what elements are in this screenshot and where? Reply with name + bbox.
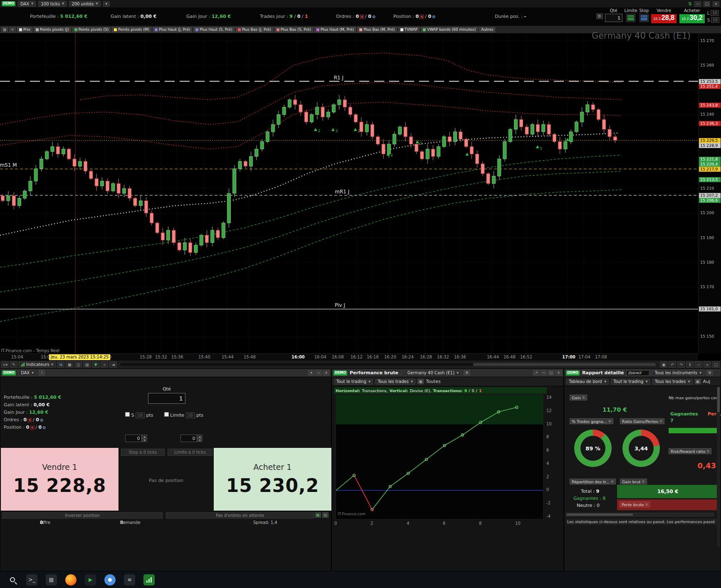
minimize-button[interactable]: — [694, 1, 701, 7]
stop-ticks-button[interactable]: Stop à 0 ticks [121, 449, 165, 456]
stop-size-field[interactable]: S10 [707, 17, 719, 23]
grid-icon[interactable]: ▦ [417, 379, 424, 384]
zoom-out-icon[interactable]: − [695, 361, 702, 368]
limit-checkbox[interactable] [164, 412, 169, 417]
legend-item[interactable]: Plus Haut (S, Pré) [193, 27, 234, 32]
gain-metric-chip[interactable]: Gain⚙ [570, 395, 587, 400]
orders-settings-icon[interactable]: ⚙ [372, 15, 376, 19]
text-editor-icon[interactable]: ≡ [124, 574, 135, 586]
legend-item[interactable]: Plus Bas (S, Pré) [274, 27, 313, 32]
all-filter-label[interactable]: Toutes [426, 379, 440, 384]
quantity-input[interactable] [605, 14, 622, 22]
order-quantity-input[interactable] [148, 393, 185, 404]
instrument-dropdown[interactable]: DAX▼ [18, 1, 36, 7]
fullscreen-icon[interactable]: □ [712, 361, 720, 368]
account-code-input[interactable] [626, 370, 649, 376]
buy-market-button[interactable]: Acheter 1 15 230,2 [213, 447, 332, 511]
repartition-chip[interactable]: Répartition des tr...⚙ [570, 479, 616, 484]
units-dropdown[interactable]: 200 unités▼ [69, 1, 100, 7]
stop-checkbox[interactable] [125, 412, 130, 417]
chart-type-icon[interactable]: ▦ [1, 27, 8, 32]
collapse-toolbar-icon[interactable]: « [101, 361, 108, 368]
legend-item[interactable]: Autres [479, 27, 495, 32]
reverse-position-button[interactable]: Inverser position [2, 512, 163, 519]
today-filter-label[interactable]: Auj [703, 379, 711, 384]
close-icon[interactable]: × [323, 370, 329, 376]
trades-filter-dropdown[interactable]: Tous les trades▼ [375, 379, 415, 385]
save-layout-icon[interactable]: ▼ [92, 361, 99, 368]
maximize-icon[interactable]: □ [548, 370, 554, 376]
zoom-in-icon[interactable]: + [704, 361, 711, 368]
chromium-icon[interactable] [104, 574, 116, 586]
calendar-icon[interactable]: ▦ [695, 379, 701, 384]
layout-icon[interactable]: ◫ [74, 361, 82, 368]
sell-button[interactable]: 15 228,8 [651, 14, 677, 24]
minimize-icon[interactable]: — [316, 370, 322, 376]
gross-loss-chip[interactable]: Perte brute⚙ [620, 502, 650, 507]
chart-scrollbar[interactable] [120, 362, 657, 367]
timeframe-dropdown[interactable]: 100 ticks▼ [38, 1, 67, 7]
ladder-view-icon[interactable]: ▦ [315, 512, 321, 518]
limit-ladder-icon[interactable] [626, 14, 635, 22]
view-dropdown[interactable]: Tableau de bord▼ [566, 379, 609, 385]
candlestick-chart[interactable]: 2324322R1 JmR1 JPiv JmS1 M [0, 33, 698, 353]
info-icon[interactable]: i [39, 370, 45, 376]
buy-button[interactable]: 15 230,2 [679, 14, 705, 24]
ratio-metric-chip[interactable]: Ratio Gains/Pertes⚙ [620, 418, 664, 424]
chart-options-icon[interactable]: ▾ [103, 1, 110, 7]
legend-item[interactable]: Prix [17, 27, 32, 32]
equity-curve-chart[interactable] [336, 395, 543, 519]
legend-item[interactable]: Points pivots (J) [34, 27, 71, 32]
quick-jump-icon[interactable]: ⇅ [688, 1, 692, 7]
candle-style-icon[interactable]: ▤ [83, 361, 91, 368]
undo-icon[interactable]: ↶ [669, 361, 676, 368]
legend-item[interactable]: VWAP bands (60 minutes) [421, 27, 478, 32]
orders-settings-icon[interactable]: ⚙ [40, 418, 44, 422]
draw-tool-icon[interactable]: ✎ [10, 361, 17, 368]
share-icon[interactable]: ↗ [533, 370, 539, 376]
legend-item[interactable]: Plus Haut (J, Pré) [153, 27, 192, 32]
firefox-icon[interactable] [65, 574, 77, 586]
copy-chart-icon[interactable]: ▦ [66, 361, 73, 368]
search-icon[interactable] [7, 574, 18, 586]
order-panel-titlebar[interactable]: DEMO DAX▼ i ▾ — × [0, 369, 331, 377]
limit-size-field[interactable]: L10 [707, 10, 719, 16]
files-icon[interactable]: ▤ [46, 574, 57, 586]
trading-scope-dropdown[interactable]: Tout le trading▼ [611, 379, 650, 385]
risk-reward-chip[interactable]: Risk/Reward ratio⚙ [669, 448, 711, 454]
winrate-metric-chip[interactable]: % Trades gagna...⚙ [570, 418, 613, 424]
cancel-orders-icon[interactable]: × [360, 15, 364, 19]
minimize-icon[interactable]: — [541, 370, 547, 376]
perf-settings-wrench-icon[interactable]: ⚙ [464, 370, 470, 376]
close-icon[interactable]: × [556, 370, 562, 376]
indicateurs-button[interactable]: Indicateurs▼ [19, 361, 56, 368]
price-axis[interactable]: 15 27015 26015 253.515 251,415 243,815 2… [698, 33, 721, 353]
close-position-icon[interactable]: × [420, 15, 424, 19]
position-settings-icon[interactable]: ⚙ [432, 15, 436, 19]
order-settings-wrench-icon[interactable]: ⚙ [596, 13, 603, 19]
instruments-filter-dropdown[interactable]: Tous les instruments▼ [652, 370, 704, 376]
report-titlebar[interactable]: DEMO Rapport détaillé Tous les instrumen… [564, 369, 721, 377]
share-icon[interactable]: ⇆ [57, 361, 64, 368]
pin-icon[interactable]: ▾ [308, 370, 314, 376]
cancel-orders-icon[interactable]: × [27, 418, 32, 422]
system-monitor-icon[interactable] [143, 574, 155, 586]
stop-ladder-icon[interactable] [640, 14, 649, 22]
limit-level-stepper[interactable]: ▲▼ [180, 435, 202, 442]
limit-ticks-button[interactable]: Limite à 0 ticks [168, 449, 212, 456]
sell-market-button[interactable]: Vendre 1 15 228,8 [0, 447, 119, 511]
maximize-button[interactable]: □ [704, 1, 710, 7]
main-price-chart[interactable]: 2324322R1 JmR1 JPiv JmS1 M Germany 40 Ca… [0, 33, 698, 353]
legend-item[interactable]: TVWAP [398, 27, 420, 32]
depth-view-icon[interactable]: ▤ [322, 512, 328, 518]
position-settings-icon[interactable]: ⚙ [42, 425, 46, 430]
legend-item[interactable]: Points pivots (M) [112, 27, 151, 32]
legend-item[interactable]: Plus Bas (J, Pré) [236, 27, 273, 32]
auto-scale-icon[interactable]: ⇕ [686, 361, 694, 368]
report-settings-icon[interactable]: ⚙ [706, 370, 713, 376]
legend-item[interactable]: Points pivots (S) [72, 27, 111, 32]
legend-list-icon[interactable]: ≡ [9, 27, 16, 32]
redo-icon[interactable]: ↷ [677, 361, 685, 368]
order-instrument-dropdown[interactable]: DAX▼ [18, 370, 37, 376]
scroll-left-icon[interactable]: ◄ [109, 361, 117, 368]
